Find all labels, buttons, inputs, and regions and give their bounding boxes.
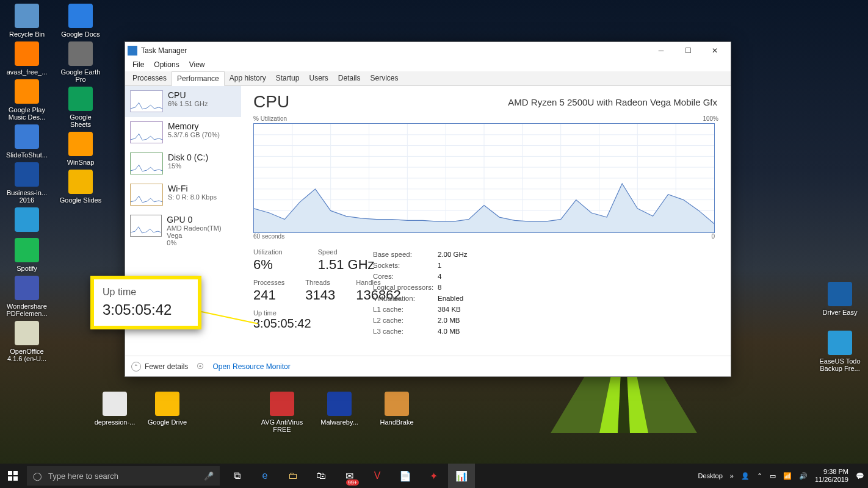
tab-app-history[interactable]: App history (225, 71, 271, 85)
desktop-icon-avast[interactable]: avast_free_... (4, 40, 50, 77)
start-button[interactable] (0, 464, 26, 488)
sidebar-mem[interactable]: Memory5.3/7.6 GB (70%) (125, 117, 241, 148)
desktop-icon-handbrake[interactable]: HandBrake (374, 390, 420, 434)
speed-value: 1.51 GHz (318, 257, 375, 273)
titlebar[interactable]: Task Manager ─ ☐ ✕ (125, 42, 731, 59)
clock[interactable]: 9:38 PM 11/26/2019 (815, 468, 848, 484)
desktop-icon-recycle-bin[interactable]: Recycle Bin (4, 2, 50, 39)
util-label: Utilization (253, 248, 283, 256)
taskview-button[interactable]: ⧉ (223, 464, 250, 488)
desktop-icon-googledrive[interactable]: Google Drive (144, 390, 190, 427)
icon-label: Business-in... 2016 (5, 189, 49, 204)
icon-label: Driver Easy (823, 309, 858, 316)
people-icon[interactable]: 👤 (741, 472, 750, 480)
desktop-icon-openoffice[interactable]: OpenOffice 4.1.6 (en-U... (4, 320, 50, 364)
icon-label: SlideToShut... (6, 151, 48, 159)
callout-label: Up time (103, 287, 189, 298)
icon-label: Google Earth Pro (59, 68, 103, 83)
sidebar-cpu[interactable]: CPU6% 1.51 GHz (125, 86, 241, 117)
explorer-icon[interactable]: 🗀 (280, 464, 306, 488)
tab-strip: ProcessesPerformanceApp historyStartupUs… (125, 71, 731, 86)
svg-rect-25 (8, 476, 12, 481)
separator-icon: ⦿ (197, 362, 204, 371)
tab-services[interactable]: Services (366, 71, 403, 85)
desktop-icon-business2016[interactable]: Business-in... 2016 (4, 161, 50, 205)
edge-icon[interactable]: e (251, 464, 278, 488)
mail-icon[interactable]: ✉99+ (336, 464, 363, 488)
desktop-icon-spotify[interactable]: Spotify (4, 237, 50, 273)
icon-label: Google Slides (60, 196, 102, 204)
close-button[interactable]: ✕ (701, 42, 728, 59)
vivaldi-icon[interactable]: V (364, 464, 391, 488)
icon-label: OpenOffice 4.1.6 (en-U... (5, 348, 49, 362)
chart-ymax: 100% (703, 115, 718, 122)
desktop-icon-googlesheets[interactable]: Google Sheets (57, 85, 104, 129)
cortana-icon: ◯ (33, 472, 42, 481)
fewer-details-button[interactable]: ⌃ Fewer details (131, 362, 188, 371)
icon-label: Recycle Bin (9, 30, 45, 38)
desktop-icon-slidetoshut[interactable]: SlideToShut... (4, 123, 50, 160)
cpu-details: Base speed:2.00 GHzSockets:1Cores:4Logic… (373, 251, 468, 339)
desktop-label[interactable]: Desktop (698, 472, 722, 479)
battery-icon[interactable]: ▭ (770, 472, 776, 480)
app-red-icon[interactable]: ✦ (420, 464, 447, 488)
taskmgr-running-icon[interactable]: 📊 (448, 464, 475, 488)
tray-expand-icon[interactable]: ⌃ (757, 472, 762, 480)
time: 9:38 PM (815, 468, 848, 476)
chart-ylabel: % Utilization (253, 115, 287, 122)
mail-badge: 99+ (346, 479, 359, 486)
tab-startup[interactable]: Startup (271, 71, 305, 85)
desktop-icon-gearthpro[interactable]: Google Earth Pro (57, 40, 104, 84)
cpu-model: AMD Ryzen 5 2500U with Radeon Vega Mobil… (508, 97, 717, 107)
footer: ⌃ Fewer details ⦿ Open Resource Monitor (125, 356, 731, 376)
minimize-button[interactable]: ─ (648, 42, 675, 59)
icon-label: Google Play Music Des... (5, 106, 49, 121)
menu-view[interactable]: View (186, 59, 209, 71)
proc-value: 241 (253, 287, 284, 303)
sidebar-disk[interactable]: Disk 0 (C:)15% (125, 148, 241, 179)
desktop-icon-drivereasy[interactable]: Driver Easy (817, 281, 863, 317)
chevron-overflow-icon[interactable]: » (730, 472, 734, 479)
desktop-icon-easeus[interactable]: EaseUS Todo Backup Fre... (817, 329, 863, 373)
menu-file[interactable]: File (129, 59, 148, 71)
desktop-icon-gplay-music[interactable]: Google Play Music Des... (4, 78, 50, 122)
desktop-icon-avg[interactable]: AVG AntiVirus FREE (259, 390, 305, 434)
icon-label: Malwareby... (320, 418, 358, 426)
action-center-icon[interactable]: 💬 (856, 472, 864, 480)
store-icon[interactable]: 🛍 (308, 464, 335, 488)
desktop-icon-malwarebytes[interactable]: Malwareby... (316, 390, 363, 434)
icon-label: AVG AntiVirus FREE (260, 418, 304, 433)
sidebar-wifi[interactable]: Wi-FiS: 0 R: 8.0 Kbps (125, 179, 241, 210)
mic-icon[interactable]: 🎤 (204, 472, 214, 481)
menu-options[interactable]: Options (150, 59, 183, 71)
desktop-icon-pdfelement[interactable]: Wondershare PDFelemen... (4, 274, 50, 318)
tab-details[interactable]: Details (333, 71, 366, 85)
open-resource-monitor-link[interactable]: Open Resource Monitor (212, 362, 290, 371)
speed-label: Speed (318, 248, 375, 256)
svg-rect-24 (13, 471, 18, 475)
app-icon (128, 46, 137, 56)
uptime-value: 3:05:05:42 (253, 317, 718, 331)
desktop-icon-unknown-blue[interactable] (4, 206, 50, 235)
chart-xright: 0 (711, 233, 715, 240)
icon-label: Google Docs (61, 30, 100, 38)
icon-label: Google Sheets (59, 113, 103, 128)
maximize-button[interactable]: ☐ (675, 42, 701, 59)
proc-label: Processes (253, 279, 284, 286)
chevron-up-icon: ⌃ (131, 362, 141, 371)
wifi-icon[interactable]: 📶 (783, 472, 792, 480)
taskbar: ◯ Type here to search 🎤 ⧉ e 🗀 🛍 ✉99+ V 📄… (0, 464, 868, 488)
notepad-icon[interactable]: 📄 (392, 464, 419, 488)
desktop-icon-depression[interactable]: depression-... (92, 390, 138, 427)
sidebar-gpu[interactable]: GPU 0AMD Radeon(TM) Vega0% (125, 210, 241, 251)
desktop-icon-googledocs[interactable]: Google Docs (57, 2, 104, 39)
tab-performance[interactable]: Performance (172, 71, 225, 86)
tab-processes[interactable]: Processes (128, 71, 172, 85)
icon-label: EaseUS Todo Backup Fre... (818, 357, 862, 372)
desktop-icon-googleslides[interactable]: Google Slides (57, 168, 104, 205)
volume-icon[interactable]: 🔊 (799, 472, 808, 480)
desktop-icon-winsnap[interactable]: WinSnap (57, 131, 104, 167)
tab-users[interactable]: Users (304, 71, 333, 85)
search-box[interactable]: ◯ Type here to search 🎤 (27, 466, 220, 486)
icon-label: WinSnap (67, 159, 95, 166)
